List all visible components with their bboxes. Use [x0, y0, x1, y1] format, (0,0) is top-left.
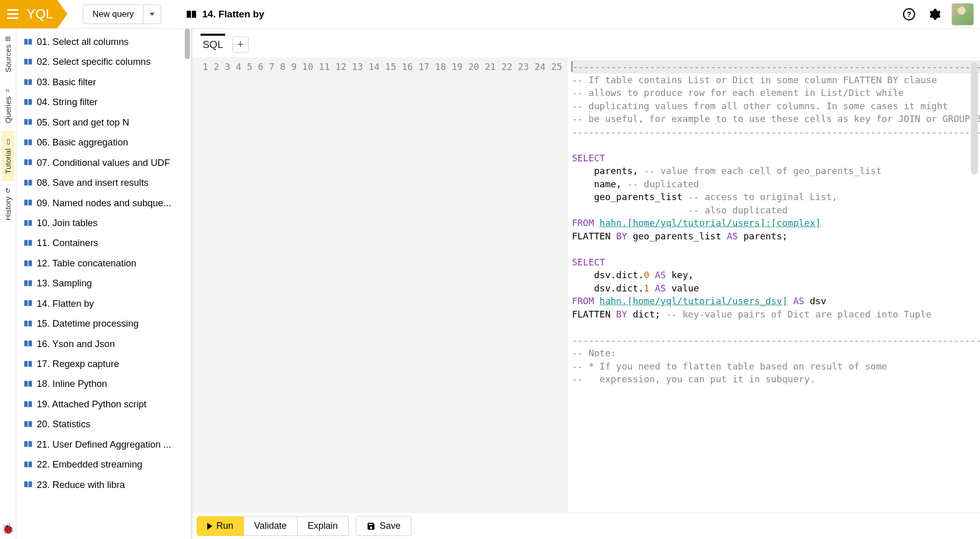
tutorial-item-label: 22. Embedded streaming [37, 456, 142, 472]
history-tab-icon: ↻ [5, 187, 11, 194]
tutorial-item-label: 16. Yson and Json [37, 336, 115, 352]
tutorial-item[interactable]: 04. String filter [16, 92, 191, 112]
new-query-dropdown[interactable] [143, 5, 161, 24]
tutorial-item[interactable]: 21. User Defined Aggregation ... [16, 434, 191, 454]
tutorial-item-label: 15. Datetime processing [37, 315, 139, 331]
tutorial-item[interactable]: 12. Table concatenation [16, 253, 191, 273]
tutorial-item[interactable]: 15. Datetime processing [16, 313, 191, 333]
tutorial-item[interactable]: 17. Regexp capture [16, 354, 191, 374]
tutorial-item-label: 21. User Defined Aggregation ... [37, 436, 171, 452]
run-label: Run [216, 521, 233, 531]
editor-scrollbar[interactable] [971, 62, 978, 175]
svg-text:?: ? [906, 10, 911, 18]
tutorial-item[interactable]: 19. Attached Python script [16, 394, 191, 414]
side-tab-queries[interactable]: Queries⌗ [2, 80, 14, 131]
help-icon: ? [902, 8, 916, 21]
tutorial-item[interactable]: 14. Flatten by [16, 293, 191, 313]
editor-area: SQL + 1 2 3 4 5 6 7 8 9 10 11 12 13 14 1… [192, 29, 980, 539]
tutorial-tab-icon: ▭ [4, 138, 12, 145]
code-content[interactable]: ----------------------------------------… [568, 58, 980, 512]
side-tab-label: Queries [4, 96, 12, 124]
logo-block: YQL [0, 0, 67, 29]
save-label: Save [380, 521, 401, 531]
validate-button[interactable]: Validate [244, 516, 298, 536]
book-icon [23, 78, 33, 86]
code-editor[interactable]: 1 2 3 4 5 6 7 8 9 10 11 12 13 14 15 16 1… [192, 58, 980, 512]
chevron-down-icon [150, 13, 155, 16]
tutorial-sidebar: 01. Select all columns02. Select specifi… [16, 29, 192, 539]
app-logo-text: YQL [27, 6, 53, 22]
tutorial-item[interactable]: 20. Statistics [16, 414, 191, 434]
help-button[interactable]: ? [900, 6, 918, 23]
play-icon [207, 523, 212, 530]
tutorial-item-label: 14. Flatten by [37, 296, 94, 311]
side-tab-label: Sources [4, 44, 12, 72]
avatar[interactable] [951, 3, 974, 26]
tutorial-item-label: 10. Join tables [37, 215, 97, 231]
bug-icon: 🐞 [2, 523, 14, 534]
tutorial-item[interactable]: 16. Yson and Json [16, 334, 191, 354]
book-icon [23, 118, 33, 126]
new-query-group: New query [83, 5, 161, 24]
tutorial-item[interactable]: 22. Embedded streaming [16, 454, 191, 474]
queries-tab-icon: ⌗ [5, 86, 11, 94]
editor-tab-sql[interactable]: SQL [201, 34, 225, 55]
side-tab-history[interactable]: History↻ [2, 181, 14, 228]
book-icon [186, 9, 197, 19]
book-icon [23, 299, 33, 307]
tutorial-item[interactable]: 02. Select specific columns [16, 52, 191, 71]
book-icon [23, 219, 33, 227]
book-icon [23, 279, 33, 287]
action-bar: Run Validate Explain Save [192, 512, 980, 539]
tutorial-item[interactable]: 06. Basic aggregation [16, 132, 191, 152]
gear-icon [928, 8, 941, 21]
book-icon [23, 158, 33, 166]
page-title: 14. Flatten by [202, 9, 264, 20]
book-icon [23, 259, 33, 267]
tutorial-item[interactable]: 08. Save and insert results [16, 173, 191, 192]
tutorial-item-label: 13. Sampling [37, 275, 92, 291]
line-gutter: 1 2 3 4 5 6 7 8 9 10 11 12 13 14 15 16 1… [192, 58, 568, 512]
tutorial-item-label: 01. Select all columns [37, 34, 129, 50]
tutorial-item-label: 20. Statistics [37, 416, 90, 432]
book-icon [23, 440, 33, 448]
tutorial-item[interactable]: 07. Conditional values and UDF [16, 153, 191, 173]
book-icon [23, 339, 33, 348]
tutorial-item-label: 19. Attached Python script [37, 396, 146, 412]
tutorial-item-label: 04. String filter [37, 94, 97, 110]
book-icon [23, 460, 33, 469]
tutorial-item-label: 17. Regexp capture [37, 356, 119, 372]
tutorial-item[interactable]: 10. Join tables [16, 213, 191, 233]
tutorial-item-label: 08. Save and insert results [37, 175, 149, 190]
tutorial-item[interactable]: 11. Containers [16, 233, 191, 253]
bug-report-button[interactable]: 🐞 [2, 519, 14, 539]
settings-button[interactable] [926, 6, 943, 23]
tutorial-item-label: 09. Named nodes and subque... [37, 195, 171, 211]
new-query-button[interactable]: New query [83, 5, 143, 24]
side-tab-tutorial[interactable]: Tutorial▭ [2, 131, 14, 181]
book-icon [23, 320, 33, 328]
run-button[interactable]: Run [197, 516, 244, 536]
side-tabs: Sources⊞Queries⌗Tutorial▭History↻ 🐞 [0, 29, 16, 539]
tutorial-item[interactable]: 03. Basic filter [16, 72, 191, 92]
book-icon [23, 239, 33, 247]
tutorial-item[interactable]: 18. Inline Python [16, 374, 191, 394]
tutorial-item[interactable]: 23. Reduce with libra [16, 475, 191, 495]
tutorial-item[interactable]: 13. Sampling [16, 273, 191, 293]
explain-button[interactable]: Explain [298, 516, 349, 536]
tutorial-item[interactable]: 09. Named nodes and subque... [16, 193, 191, 213]
hamburger-icon[interactable] [7, 9, 18, 19]
sources-tab-icon: ⊞ [5, 35, 11, 42]
tutorial-item[interactable]: 05. Sort and get top N [16, 112, 191, 132]
book-icon [23, 199, 33, 207]
add-tab-button[interactable]: + [232, 36, 249, 53]
tutorial-item[interactable]: 01. Select all columns [16, 32, 191, 52]
save-icon [366, 522, 376, 531]
tutorial-item-label: 05. Sort and get top N [37, 114, 129, 130]
book-icon [23, 420, 33, 428]
save-button[interactable]: Save [356, 516, 411, 536]
side-tab-sources[interactable]: Sources⊞ [2, 29, 14, 80]
tutorial-item-label: 06. Basic aggregation [37, 134, 128, 150]
tutorial-item-label: 18. Inline Python [37, 376, 107, 391]
sidebar-scrollbar[interactable] [185, 29, 190, 59]
